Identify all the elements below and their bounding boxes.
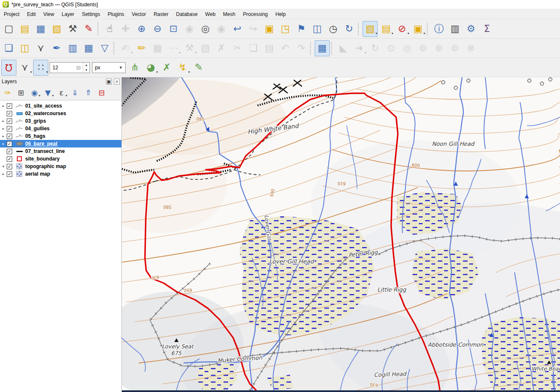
select-features-by-value-icon[interactable]: ▤▾ — [379, 21, 394, 37]
layer-item-site-boundary[interactable]: ✓ site_boundary — [0, 155, 121, 163]
new-temporary-scratch-layer-icon[interactable]: ▥ — [65, 40, 80, 56]
show-spatial-bookmarks-icon[interactable]: ◫ — [310, 21, 325, 37]
clear-field-icon[interactable]: ⊠ — [74, 64, 83, 71]
digitize-with-curve-icon[interactable]: ✎ — [191, 60, 206, 76]
zoom-to-layer-icon[interactable]: ◎ — [198, 21, 213, 37]
new-mesh-layer-icon[interactable]: ▽ — [97, 40, 112, 56]
new-shapefile-layer-icon[interactable]: ⋎ — [33, 40, 48, 56]
layer-checkbox[interactable]: ✓ — [7, 103, 12, 109]
new-map-view-icon[interactable]: ▣ — [262, 21, 277, 37]
new-project-icon[interactable]: ▢ — [1, 21, 16, 37]
menu-edit[interactable]: Edit — [23, 10, 39, 19]
layer-item-03-grips[interactable]: ▸ ✓ 03_grips — [0, 117, 121, 125]
layer-checkbox[interactable]: ✓ — [7, 149, 12, 154]
layer-item-02-watercourses[interactable]: ✓ 02_watercourses — [0, 110, 121, 117]
snapping-unit-select[interactable]: px ▼ — [92, 62, 126, 73]
zoom-last-icon[interactable]: ↩ — [230, 21, 245, 37]
menu-processing[interactable]: Processing — [239, 10, 271, 19]
layer-checkbox[interactable]: ✓ — [7, 134, 12, 139]
enable-snapping-icon[interactable]: Ω — [1, 60, 16, 76]
layer-item-01-site-access[interactable]: ▸ ✓ 01_site_access — [0, 102, 121, 110]
layer-checkbox[interactable]: ✓ — [7, 118, 12, 124]
layer-item-07-transect-line[interactable]: ✓ 07_transect_line — [0, 147, 121, 155]
tracing-icon[interactable]: ↯▾ — [175, 60, 190, 76]
new-virtual-layer-icon[interactable]: ▦ — [81, 40, 96, 56]
new-spatialite-layer-icon[interactable]: ✒ — [49, 40, 64, 56]
menu-database[interactable]: Database — [172, 10, 201, 19]
open-layer-styling-panel-icon[interactable]: ✑ — [1, 87, 14, 99]
select-by-location-icon[interactable]: ▣▾ — [410, 21, 426, 37]
layer-checkbox[interactable]: ✓ — [7, 111, 12, 116]
layer-checkbox[interactable]: ✓ — [7, 126, 12, 132]
filter-legend-icon[interactable]: ▼▾ — [42, 87, 54, 99]
layer-checkbox[interactable]: ✓ — [7, 164, 12, 169]
data-source-manager-icon[interactable]: ❏ — [1, 40, 16, 56]
layer-item-06-bare-peat[interactable]: ▸ ✓ 06_bare_peat — [0, 140, 121, 147]
zoom-out-icon[interactable]: ⊖ — [150, 21, 165, 37]
menu-plugins[interactable]: Plugins — [104, 10, 128, 19]
deselect-features-icon[interactable]: ⊘▾ — [394, 21, 410, 37]
snapping-on-intersection-icon[interactable]: ✗ — [159, 60, 174, 76]
menu-layer[interactable]: Layer — [58, 10, 78, 19]
add-group-icon[interactable]: ⊞ — [15, 87, 27, 99]
snapping-tolerance-input[interactable] — [50, 65, 74, 71]
pan-map-icon[interactable]: ☝ — [102, 21, 117, 37]
save-project-as-icon[interactable]: ▧ — [49, 21, 64, 37]
expand-arrow-icon[interactable]: ▸ — [0, 119, 7, 123]
select-features-icon[interactable]: ▧▾ — [363, 21, 378, 37]
temporal-controller-icon[interactable]: ◷ — [326, 21, 341, 37]
menu-settings[interactable]: Settings — [78, 10, 104, 19]
zoom-full-extent-icon[interactable]: ⊡ — [166, 21, 181, 37]
expand-arrow-icon[interactable]: ▸ — [0, 104, 7, 108]
collapse-all-icon[interactable]: ⇑ — [82, 87, 95, 99]
expand-all-icon[interactable]: ⇓ — [68, 87, 81, 99]
open-project-icon[interactable]: ▤ — [17, 21, 32, 37]
new-spatial-bookmark-icon[interactable]: ⚑ — [294, 21, 309, 37]
manage-map-themes-icon[interactable]: ◉▾ — [28, 87, 41, 99]
map-canvas[interactable]: 580 580 590 600 610 630 650 630 High Whi… — [122, 77, 560, 390]
layer-checkbox[interactable]: ✓ — [7, 171, 12, 177]
topological-editing-icon[interactable]: ⋔ — [127, 60, 142, 76]
float-panel-button[interactable]: ▣ — [106, 79, 112, 84]
layer-item-05-hags[interactable]: ▸ ✓ 05_hags — [0, 132, 121, 140]
refresh-map-icon[interactable]: ↻ — [342, 21, 357, 37]
snapping-mode-icon[interactable]: ⋎▾ — [17, 60, 32, 76]
menu-help[interactable]: Help — [272, 10, 290, 19]
expand-arrow-icon[interactable]: ▸ — [0, 172, 7, 176]
layer-item-aerial-map[interactable]: ▸ ✓ aerial map — [0, 170, 121, 178]
menu-vector[interactable]: Vector — [128, 10, 150, 19]
zoom-in-icon[interactable]: ⊕ — [134, 21, 149, 37]
layer-checkbox[interactable]: ✓ — [7, 156, 12, 162]
save-project-icon[interactable]: ▦ — [33, 21, 48, 37]
menu-project[interactable]: Project — [0, 10, 23, 19]
snapping-tolerance-spinbox[interactable]: ⊠ ▲ ▼ — [50, 62, 90, 73]
layer-item-topographic-map[interactable]: ▾ ✓ topographic map — [0, 163, 121, 170]
field-calculator-icon[interactable]: ▥ — [447, 21, 463, 37]
toggle-editing-icon[interactable]: ✏ — [134, 40, 149, 56]
open-attribute-table-icon[interactable]: ▦ — [315, 40, 330, 56]
layer-checkbox[interactable]: ✓ — [7, 141, 12, 147]
processing-toolbox-icon[interactable]: ⚙ — [463, 21, 478, 37]
menu-raster[interactable]: Raster — [150, 10, 172, 19]
project-properties-icon[interactable]: ⚒ — [65, 21, 80, 37]
expand-arrow-icon[interactable]: ▸ — [0, 126, 7, 131]
statistical-summary-icon[interactable]: Σ — [479, 21, 494, 37]
expand-arrow-icon[interactable]: ▸ — [0, 142, 7, 146]
spin-down-icon[interactable]: ▼ — [83, 68, 89, 73]
avoid-overlap-icon[interactable]: ◕▾ — [143, 60, 158, 76]
spinner-arrows[interactable]: ▲ ▼ — [83, 63, 89, 73]
remove-layer-icon[interactable]: ⊟ — [95, 87, 108, 99]
identify-features-icon[interactable]: ⓘ — [431, 21, 447, 37]
menu-web[interactable]: Web — [201, 10, 219, 19]
filter-legend-by-expression-icon[interactable]: ε▾ — [55, 87, 68, 99]
new-3d-map-view-icon[interactable]: ◳ — [278, 21, 293, 37]
style-manager-icon[interactable]: ✎ — [81, 21, 96, 37]
expand-arrow-icon[interactable]: ▸ — [0, 134, 7, 138]
snap-on-all-layers-icon[interactable]: ∷▾ — [33, 60, 48, 76]
layer-item-04-gullies[interactable]: ▸ ✓ 04_gullies — [0, 125, 121, 132]
menu-view[interactable]: View — [39, 10, 58, 19]
collapse-arrow-icon[interactable]: ▾ — [0, 164, 7, 168]
spin-up-icon[interactable]: ▲ — [83, 63, 89, 68]
new-geopackage-layer-icon[interactable]: ◫ — [17, 40, 32, 56]
menu-mesh[interactable]: Mesh — [219, 10, 239, 19]
